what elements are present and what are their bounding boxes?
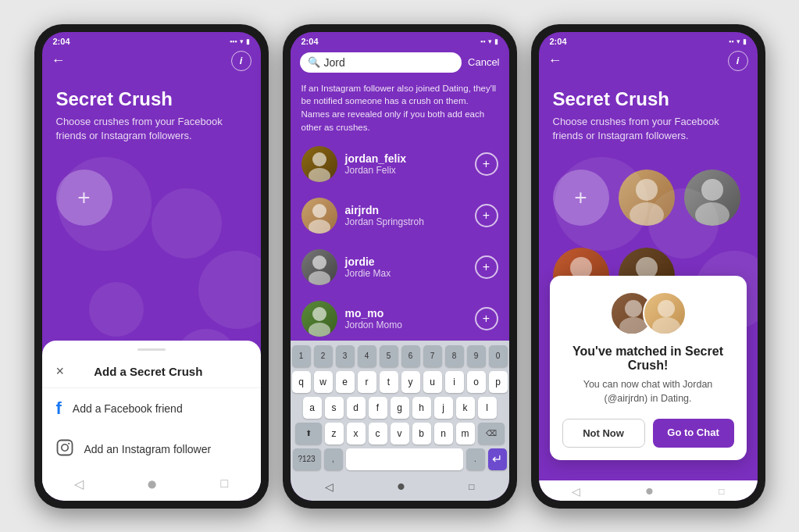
kb-s[interactable]: s: [325, 397, 344, 419]
kb-row-4: ?123 , . ↵: [293, 448, 507, 470]
kb-f[interactable]: f: [369, 397, 387, 419]
status-time: 2:04: [53, 37, 70, 46]
add-facebook-friend-button[interactable]: f Add a Facebook friend: [42, 388, 261, 429]
kb-shift[interactable]: ⬆: [295, 423, 322, 445]
kb-v[interactable]: v: [391, 423, 409, 445]
match-avatar-wrap: [610, 291, 687, 335]
kb-h[interactable]: h: [412, 397, 431, 419]
home-nav-icon-2[interactable]: ⬤: [398, 483, 405, 490]
kb-num-8[interactable]: 8: [445, 345, 464, 367]
kb-c[interactable]: c: [369, 423, 387, 445]
svg-rect-0: [57, 440, 72, 455]
match-avatar-crush: [643, 291, 687, 335]
sheet-close-button[interactable]: ×: [56, 363, 65, 380]
add-instagram-follower-button[interactable]: Add an Instagram follower: [42, 429, 261, 470]
cancel-button[interactable]: Cancel: [468, 56, 499, 68]
kb-y[interactable]: y: [401, 371, 420, 393]
add-mo-mo-button[interactable]: +: [475, 307, 498, 330]
back-button[interactable]: ←: [52, 52, 66, 69]
add-airjrdn-button[interactable]: +: [475, 204, 498, 227]
kb-num-4[interactable]: 4: [358, 345, 376, 367]
kb-a[interactable]: a: [303, 397, 322, 419]
kb-num-5[interactable]: 5: [380, 345, 398, 367]
sheet-title: Add a Secret Crush: [94, 365, 202, 378]
kb-d[interactable]: d: [347, 397, 366, 419]
back-nav-icon-3[interactable]: ◁: [572, 485, 580, 498]
kb-u[interactable]: u: [423, 371, 442, 393]
svg-point-3: [312, 152, 326, 166]
go-to-chat-button[interactable]: Go to Chat: [653, 419, 734, 448]
kb-k[interactable]: k: [456, 397, 475, 419]
kb-o[interactable]: o: [467, 371, 486, 393]
kb-period[interactable]: .: [466, 448, 485, 470]
kb-x[interactable]: x: [347, 423, 366, 445]
kb-enter[interactable]: ↵: [488, 448, 507, 470]
kb-comma[interactable]: ,: [324, 448, 343, 470]
kb-space[interactable]: [346, 448, 463, 470]
add-crush-button[interactable]: +: [56, 170, 112, 226]
kb-num-1[interactable]: 1: [292, 345, 311, 367]
kb-q[interactable]: q: [292, 371, 311, 393]
kb-num-6[interactable]: 6: [401, 345, 420, 367]
kb-n[interactable]: n: [434, 423, 453, 445]
status-bar-2: 2:04 ▪▪ ▾ ▮: [291, 32, 509, 48]
search-input[interactable]: Jord: [324, 56, 455, 69]
nav-bar-3: ← i: [539, 48, 758, 76]
search-input-wrap: 🔍 Jord: [300, 52, 462, 73]
svg-point-10: [309, 323, 330, 337]
result-item-mo-mo[interactable]: mo_mo Jordon Momo +: [291, 293, 509, 340]
android-nav-3: ◁ ⬤ □: [539, 480, 758, 501]
svg-point-4: [309, 168, 330, 182]
kb-num-9[interactable]: 9: [467, 345, 486, 367]
kb-i[interactable]: i: [445, 371, 464, 393]
wifi-icon: ▾: [240, 37, 244, 45]
add-jordan-felix-button[interactable]: +: [475, 152, 498, 176]
kb-b[interactable]: b: [412, 423, 431, 445]
battery-icon: ▮: [246, 37, 250, 45]
back-nav-icon-2[interactable]: ◁: [325, 480, 334, 493]
info-button[interactable]: i: [231, 51, 251, 71]
sheet-header: × Add a Secret Crush: [42, 357, 261, 388]
result-item-jordie[interactable]: jordie Jordie Max +: [291, 241, 509, 293]
kb-backspace[interactable]: ⌫: [478, 423, 505, 445]
android-nav-sheet: ◁ ⬤ □: [42, 470, 261, 493]
info-button-3[interactable]: i: [728, 51, 748, 71]
match-buttons: Not Now Go to Chat: [562, 419, 734, 448]
recents-nav-icon-3[interactable]: □: [719, 486, 724, 497]
sheet-handle: [137, 348, 166, 351]
add-crush-button-3[interactable]: +: [553, 170, 609, 226]
svg-point-12: [630, 202, 664, 226]
kb-t[interactable]: t: [380, 371, 398, 393]
kb-num-0[interactable]: 0: [489, 345, 508, 367]
kb-r[interactable]: r: [358, 371, 376, 393]
home-nav-icon-3[interactable]: ⬤: [646, 487, 653, 495]
match-title: You've matched in Secret Crush!: [562, 345, 734, 373]
kb-num-7[interactable]: 7: [423, 345, 442, 367]
home-nav-icon[interactable]: ⬤: [148, 480, 156, 488]
status-icons-3: ▪▪ ▾ ▮: [729, 37, 746, 45]
kb-z[interactable]: z: [325, 423, 344, 445]
kb-l[interactable]: l: [478, 397, 497, 419]
result-item-jordan-felix[interactable]: jordan_felix Jordan Felix +: [291, 138, 509, 190]
kb-num-2[interactable]: 2: [314, 345, 333, 367]
recents-nav-icon-2[interactable]: □: [469, 481, 474, 492]
kb-p[interactable]: p: [489, 371, 508, 393]
kb-j[interactable]: j: [434, 397, 453, 419]
kb-num-3[interactable]: 3: [336, 345, 355, 367]
kb-row-2: a s d f g h j k l: [293, 397, 507, 419]
result-info-jordie: jordie Jordie Max: [345, 255, 467, 279]
signal-icon-2: ▪▪: [480, 37, 485, 45]
kb-g[interactable]: g: [391, 397, 409, 419]
kb-symbols[interactable]: ?123: [293, 448, 321, 470]
kb-m[interactable]: m: [456, 423, 475, 445]
not-now-button[interactable]: Not Now: [562, 419, 645, 448]
back-button-3[interactable]: ←: [548, 52, 562, 69]
svg-point-1: [61, 444, 67, 450]
kb-e[interactable]: e: [336, 371, 355, 393]
kb-w[interactable]: w: [314, 371, 333, 393]
wifi-icon-2: ▾: [488, 37, 492, 45]
back-nav-icon[interactable]: ◁: [74, 477, 84, 491]
add-jordie-button[interactable]: +: [475, 255, 498, 279]
result-item-airjrdn[interactable]: airjrdn Jordan Springstroh +: [291, 190, 509, 241]
recents-nav-icon[interactable]: □: [221, 477, 229, 491]
